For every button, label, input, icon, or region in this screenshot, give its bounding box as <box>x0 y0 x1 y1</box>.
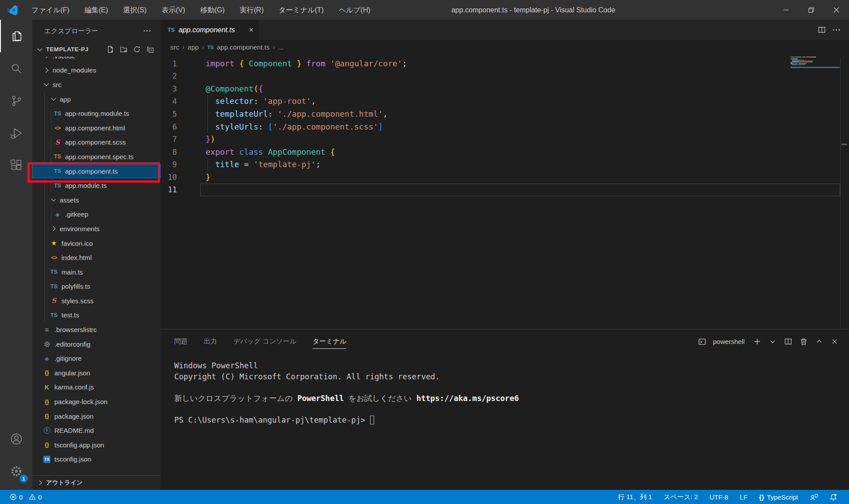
language-mode-status[interactable]: {} TypeScript <box>753 490 804 504</box>
tree-item-environments[interactable]: environments <box>32 221 161 236</box>
tab-app-component-ts[interactable]: TS app.component.ts × <box>161 20 259 40</box>
panel-tab-問題[interactable]: 問題 <box>174 335 187 349</box>
tree-item-label: test.ts <box>61 311 79 319</box>
notifications-status[interactable] <box>824 490 843 504</box>
menu-item-1[interactable]: 編集(E) <box>77 0 115 20</box>
breadcrumb-symbol[interactable]: ... <box>278 43 284 51</box>
project-section-header[interactable]: TEMPLATE-PJ <box>32 42 161 57</box>
breadcrumb-file[interactable]: app.component.ts <box>217 43 269 51</box>
tree-item-app-routing.module.ts[interactable]: TSapp-routing.module.ts <box>32 106 161 121</box>
tree-item-app.component.html[interactable]: <>app.component.html <box>32 121 161 135</box>
minimize-button[interactable] <box>773 0 799 20</box>
scss-file-icon: S <box>54 138 61 146</box>
refresh-button[interactable] <box>132 45 142 54</box>
tree-item-.browserslistrc[interactable]: ≡.browserslistrc <box>32 322 161 337</box>
line-text: @Component({ <box>206 83 263 95</box>
panel-tab-出力[interactable]: 出力 <box>204 335 217 349</box>
menu-item-0[interactable]: ファイル(F) <box>24 0 77 20</box>
tree-item-app.module.ts[interactable]: TSapp.module.ts <box>32 178 161 193</box>
tree-item-app[interactable]: app <box>32 92 161 107</box>
scss-file-icon: S <box>50 297 58 305</box>
window-title: app.component.ts - template-pj - Visual … <box>451 6 616 14</box>
new-folder-button[interactable] <box>119 45 128 54</box>
breadcrumb-src[interactable]: src <box>170 43 179 51</box>
editor-scrollbar[interactable] <box>840 58 841 329</box>
tree-item-.vscode[interactable]: .vscode <box>32 57 161 63</box>
chevron-separator-icon: › <box>182 43 184 51</box>
outline-section-header[interactable]: アウトライン <box>32 475 161 490</box>
tree-item-.editorconfig[interactable]: .editorconfig <box>32 337 161 351</box>
tree-item-README.md[interactable]: iREADME.md <box>32 423 161 438</box>
search-icon[interactable] <box>0 52 32 84</box>
terminal-dropdown-chevron-icon[interactable] <box>768 337 777 347</box>
tree-item-polyfills.ts[interactable]: TSpolyfills.ts <box>32 279 161 294</box>
tree-item-package-lock.json[interactable]: {}package-lock.json <box>32 394 161 409</box>
menu-item-2[interactable]: 選択(S) <box>115 0 154 20</box>
new-file-button[interactable] <box>105 45 115 54</box>
close-panel-button[interactable] <box>830 337 839 347</box>
split-terminal-button[interactable] <box>783 337 793 347</box>
tree-item-assets[interactable]: assets <box>32 193 161 207</box>
terminal-shell-label[interactable]: powershell <box>713 338 745 345</box>
cursor-position-status[interactable]: 行 11、列 1 <box>612 490 658 504</box>
eol-status[interactable]: LF <box>734 490 753 504</box>
explorer-icon[interactable] <box>0 20 32 52</box>
tree-item-app.component.ts[interactable]: TSapp.component.ts <box>32 164 161 179</box>
tree-item-node_modules[interactable]: node_modules <box>32 63 161 78</box>
encoding-status[interactable]: UTF-8 <box>704 490 734 504</box>
tree-item-package.json[interactable]: {}package.json <box>32 409 161 424</box>
panel-tab-ターミナル[interactable]: ターミナル <box>313 335 346 349</box>
explorer-more-actions-button[interactable]: ··· <box>143 27 152 35</box>
git-file-icon: ◈ <box>43 355 51 362</box>
tree-item-favicon.ico[interactable]: ★favicon.ico <box>32 236 161 251</box>
tree-item-tsconfig.json[interactable]: TStsconfig.json <box>32 452 161 467</box>
tree-item-index.html[interactable]: <>index.html <box>32 250 161 265</box>
feedback-status[interactable] <box>804 490 824 504</box>
tree-item-karma.conf.js[interactable]: Kkarma.conf.js <box>32 380 161 395</box>
tree-item-app.component.scss[interactable]: Sapp.component.scss <box>32 135 161 150</box>
tree-item-.gitignore[interactable]: ◈.gitignore <box>32 351 161 366</box>
editor-more-actions-button[interactable]: ··· <box>833 26 841 34</box>
settings-gear-icon[interactable]: 1 <box>0 455 32 487</box>
chevron-right-icon <box>43 67 50 74</box>
tree-item-label: node_modules <box>53 66 96 74</box>
restore-button[interactable] <box>799 0 824 20</box>
account-icon[interactable] <box>0 423 32 455</box>
collapse-folders-button[interactable] <box>145 45 155 54</box>
source-control-icon[interactable] <box>0 84 32 117</box>
line-number: 5 <box>161 108 177 121</box>
tree-item-angular.json[interactable]: {}angular.json <box>32 366 161 380</box>
panel-tab-デバッグ コンソール[interactable]: デバッグ コンソール <box>233 335 296 349</box>
problems-status[interactable]: 0 0 <box>0 493 42 501</box>
new-terminal-button[interactable] <box>752 337 762 347</box>
tree-item-test.ts[interactable]: TStest.ts <box>32 308 161 323</box>
tree-item-tsconfig.app.json[interactable]: {}tsconfig.app.json <box>32 438 161 452</box>
breadcrumb-app[interactable]: app <box>187 43 199 51</box>
extensions-icon[interactable] <box>0 149 32 181</box>
tree-item-src[interactable]: src <box>32 77 161 92</box>
tree-item-styles.scss[interactable]: Sstyles.scss <box>32 294 161 308</box>
tree-item-main.ts[interactable]: TSmain.ts <box>32 265 161 279</box>
menu-item-7[interactable]: ヘルプ(H) <box>331 0 378 20</box>
close-window-button[interactable] <box>824 0 849 20</box>
menu-item-5[interactable]: 実行(R) <box>232 0 271 20</box>
run-debug-icon[interactable] <box>0 117 32 149</box>
menu-item-3[interactable]: 表示(V) <box>154 0 193 20</box>
code-editor[interactable]: 1import { Component } from '@angular/cor… <box>161 54 849 329</box>
menu-item-6[interactable]: ターミナル(T) <box>271 0 331 20</box>
indentation-status[interactable]: スペース: 2 <box>658 490 704 504</box>
tree-item-.gitkeep[interactable]: ◈.gitkeep <box>32 207 161 222</box>
tree-item-app.component.spec.ts[interactable]: TSapp.component.spec.ts <box>32 149 161 164</box>
tree-item-label: package-lock.json <box>54 398 107 405</box>
tree-item-label: .editorconfig <box>54 340 91 348</box>
maximize-panel-button[interactable] <box>814 337 824 347</box>
split-editor-icon[interactable] <box>818 26 826 34</box>
tab-close-icon[interactable]: × <box>249 26 253 34</box>
minimap[interactable] <box>791 57 840 66</box>
terminal-output[interactable]: Windows PowerShellCopyright (C) Microsof… <box>174 360 840 425</box>
kill-terminal-trash-button[interactable] <box>799 337 808 347</box>
explorer-title: エクスプローラー <box>44 27 98 35</box>
status-bar: 0 0 行 11、列 1 スペース: 2 UTF-8 LF {} TypeScr… <box>0 490 849 504</box>
line-number: 9 <box>161 158 177 171</box>
menu-item-4[interactable]: 移動(G) <box>193 0 232 20</box>
